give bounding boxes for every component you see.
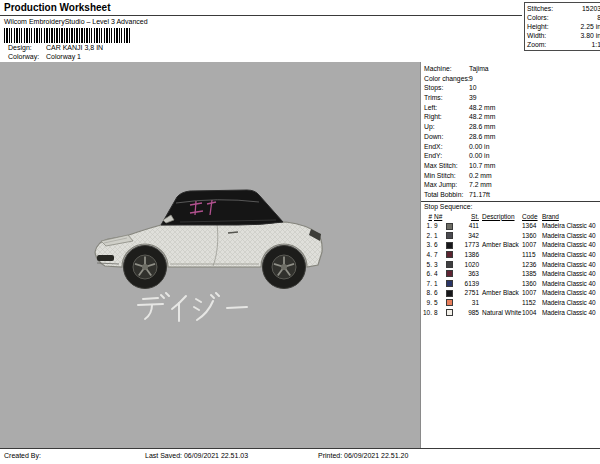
colorway-label: Colorway: [8, 53, 44, 62]
cell-swatch [444, 290, 457, 297]
cell-swatch [444, 223, 457, 230]
color-swatch [446, 309, 453, 316]
cell-code: 1360 [522, 279, 542, 289]
stat-label: Height: [527, 22, 549, 31]
info-label: Total Bobbin: [424, 190, 469, 200]
col-code: Code [522, 212, 542, 222]
color-swatch [446, 223, 453, 230]
cell-code: 1007 [522, 288, 542, 298]
cell-code: 1007 [522, 240, 542, 250]
info-value: 10 [469, 83, 477, 93]
info-value: 48.2 mm [469, 103, 495, 113]
info-value: 7.2 mm [469, 180, 492, 190]
info-value: 28.6 mm [469, 132, 495, 142]
stop-sequence-header-row: # N# St. Description Code Brand [421, 212, 600, 222]
cell-stitches: 363 [457, 269, 482, 279]
cell-brand: Madeira Classic 40 [542, 231, 600, 241]
cell-needle: 8 [434, 308, 444, 318]
stat-row: Stitches: 15203 [527, 4, 600, 13]
katakana-text-graphic [138, 293, 247, 321]
table-row: 8. 6 2751 Amber Black 1007 Madeira Class… [421, 288, 600, 298]
info-label: Machine: [424, 64, 469, 74]
cell-num: 1. [421, 221, 434, 231]
cell-brand: Madeira Classic 40 [542, 279, 600, 289]
last-saved-text: Last Saved: 06/09/2021 22.51.03 [145, 452, 248, 459]
cell-description: Amber Black [482, 288, 522, 298]
stat-value: 15203 [582, 4, 600, 13]
col-brand: Brand [542, 212, 600, 222]
info-row: Min Stitch: 0.2 mm [424, 171, 600, 181]
details-panel: Machine: Tajima Color changes: 9 Stops: … [420, 62, 600, 448]
cell-swatch [444, 232, 457, 239]
info-value: 71.17ft [469, 190, 490, 200]
cell-swatch [444, 261, 457, 268]
cell-stitches: 985 [457, 308, 482, 318]
cell-needle: 4 [434, 269, 444, 279]
info-row: Down: 28.6 mm [424, 132, 600, 142]
info-value: Tajima [469, 64, 489, 74]
cell-stitches: 31 [457, 298, 482, 308]
design-stats-box: Stitches: 15203 Colors: 8 Height: 2.25 i… [524, 2, 600, 51]
barcode [4, 28, 131, 43]
info-row: Trims: 39 [424, 93, 600, 103]
colorway-value: Colorway 1 [46, 53, 81, 60]
cell-needle: 9 [434, 221, 444, 231]
info-row: EndX: 0.00 in [424, 142, 600, 152]
cell-num: 2. [421, 231, 434, 241]
info-row: Max Stitch: 10.7 mm [424, 161, 600, 171]
cell-brand: Madeira Classic 40 [542, 298, 600, 308]
col-num: # [421, 212, 434, 222]
cell-swatch [444, 309, 457, 316]
info-value: 0.00 in [469, 151, 489, 161]
worksheet-footer: Created By: Last Saved: 06/09/2021 22.51… [0, 448, 600, 464]
info-value: 0.00 in [469, 142, 489, 152]
info-label: Right: [424, 112, 469, 122]
info-row: Machine: Tajima [424, 64, 600, 74]
info-label: Color changes: [424, 74, 469, 84]
car-embroidery-graphic [0, 62, 420, 448]
color-swatch [446, 261, 453, 268]
stop-sequence-title: Stop Sequence: [421, 202, 600, 212]
cell-stitches: 342 [457, 231, 482, 241]
color-swatch [446, 242, 453, 249]
stat-label: Colors: [527, 13, 549, 22]
cell-code: 1360 [522, 231, 542, 241]
cell-swatch [444, 299, 457, 306]
cell-needle: 6 [434, 240, 444, 250]
stat-value: 3.80 in [581, 31, 600, 40]
cell-code: 1385 [522, 269, 542, 279]
design-canvas [0, 62, 420, 448]
cell-num: 8. [421, 288, 434, 298]
info-row: Up: 28.6 mm [424, 122, 600, 132]
table-row: 4. 7 1386 1115 Madeira Classic 40 [421, 250, 600, 260]
stat-row: Colors: 8 [527, 13, 600, 22]
worksheet-header: Production Worksheet Wilcom EmbroiderySt… [0, 0, 600, 62]
table-row: 3. 6 1773 Amber Black 1007 Madeira Class… [421, 240, 600, 250]
col-needle: N# [434, 212, 444, 222]
info-row: EndY: 0.00 in [424, 151, 600, 161]
table-row: 10. 8 985 Natural White 1004 Madeira Cla… [421, 308, 600, 318]
info-label: Up: [424, 122, 469, 132]
table-row: 6. 4 363 1385 Madeira Classic 40 [421, 269, 600, 279]
cell-num: 9. [421, 298, 434, 308]
cell-swatch [444, 251, 457, 258]
info-value: 0.2 mm [469, 171, 492, 181]
cell-stitches: 411 [457, 221, 482, 231]
cell-swatch [444, 270, 457, 277]
cell-stitches: 1020 [457, 260, 482, 270]
stat-row: Height: 2.25 in [527, 22, 600, 31]
cell-num: 3. [421, 240, 434, 250]
cell-brand: Madeira Classic 40 [542, 308, 600, 318]
cell-stitches: 1386 [457, 250, 482, 260]
app-subtitle: Wilcom EmbroideryStudio – Level 3 Advanc… [4, 18, 148, 25]
cell-num: 5. [421, 260, 434, 270]
cell-code: 1236 [522, 260, 542, 270]
info-row: Right: 48.2 mm [424, 112, 600, 122]
col-stitches: St. [457, 212, 482, 222]
cell-num: 7. [421, 279, 434, 289]
info-label: Trims: [424, 93, 469, 103]
cell-description: Natural White [482, 308, 522, 318]
color-swatch [446, 251, 453, 258]
front-wheel [124, 246, 167, 289]
info-label: EndX: [424, 142, 469, 152]
